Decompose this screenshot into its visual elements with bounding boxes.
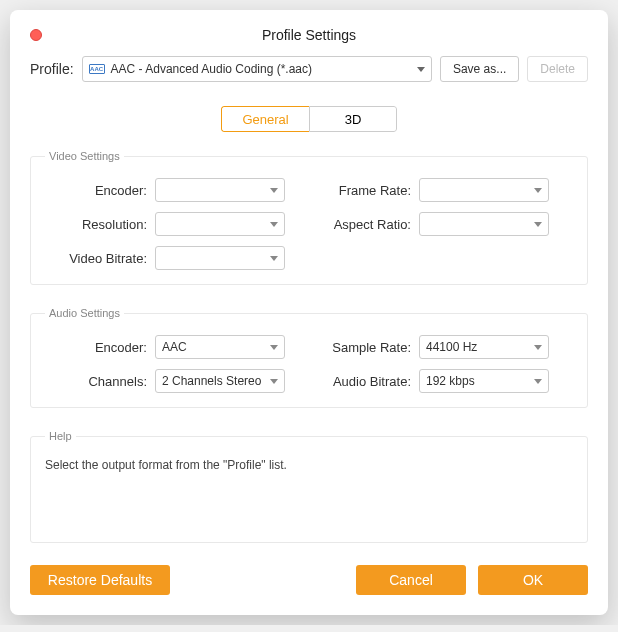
video-encoder-select[interactable] (155, 178, 285, 202)
restore-defaults-button[interactable]: Restore Defaults (30, 565, 170, 595)
ok-button[interactable]: OK (478, 565, 588, 595)
profile-select[interactable]: AAC AAC - Advanced Audio Coding (*.aac) (82, 56, 432, 82)
sample-rate-label: Sample Rate: (309, 340, 419, 355)
titlebar: Profile Settings (30, 20, 588, 50)
chevron-down-icon (534, 345, 542, 350)
channels-label: Channels: (45, 374, 155, 389)
help-text: Select the output format from the "Profi… (45, 458, 573, 528)
cancel-button[interactable]: Cancel (356, 565, 466, 595)
chevron-down-icon (270, 188, 278, 193)
video-encoder-label: Encoder: (45, 183, 155, 198)
footer: Restore Defaults Cancel OK (30, 565, 588, 595)
chevron-down-icon (534, 222, 542, 227)
chevron-down-icon (534, 379, 542, 384)
audio-encoder-select[interactable]: AAC (155, 335, 285, 359)
chevron-down-icon (270, 345, 278, 350)
help-group: Help Select the output format from the "… (30, 430, 588, 543)
chevron-down-icon (270, 222, 278, 227)
window-title: Profile Settings (30, 27, 588, 43)
tab-3d[interactable]: 3D (309, 106, 397, 132)
tab-bar: General 3D (30, 106, 588, 132)
format-badge-icon: AAC (89, 64, 105, 74)
audio-encoder-label: Encoder: (45, 340, 155, 355)
chevron-down-icon (534, 188, 542, 193)
profile-row: Profile: AAC AAC - Advanced Audio Coding… (30, 56, 588, 82)
video-bitrate-label: Video Bitrate: (45, 251, 155, 266)
chevron-down-icon (417, 67, 425, 72)
resolution-label: Resolution: (45, 217, 155, 232)
profile-select-value: AAC - Advanced Audio Coding (*.aac) (111, 62, 312, 76)
save-as-button[interactable]: Save as... (440, 56, 519, 82)
delete-button: Delete (527, 56, 588, 82)
aspect-ratio-select[interactable] (419, 212, 549, 236)
sample-rate-select[interactable]: 44100 Hz (419, 335, 549, 359)
chevron-down-icon (270, 256, 278, 261)
audio-bitrate-select[interactable]: 192 kbps (419, 369, 549, 393)
chevron-down-icon (270, 379, 278, 384)
aspect-ratio-label: Aspect Ratio: (309, 217, 419, 232)
video-settings-group: Video Settings Encoder: Frame Rate: Reso… (30, 150, 588, 285)
profile-settings-window: Profile Settings Profile: AAC AAC - Adva… (10, 10, 608, 615)
resolution-select[interactable] (155, 212, 285, 236)
audio-bitrate-label: Audio Bitrate: (309, 374, 419, 389)
frame-rate-select[interactable] (419, 178, 549, 202)
tab-general[interactable]: General (221, 106, 309, 132)
audio-settings-legend: Audio Settings (45, 307, 124, 319)
channels-select[interactable]: 2 Channels Stereo (155, 369, 285, 393)
frame-rate-label: Frame Rate: (309, 183, 419, 198)
profile-label: Profile: (30, 61, 74, 77)
audio-settings-group: Audio Settings Encoder: AAC Sample Rate:… (30, 307, 588, 408)
video-bitrate-select[interactable] (155, 246, 285, 270)
video-settings-legend: Video Settings (45, 150, 124, 162)
help-legend: Help (45, 430, 76, 442)
